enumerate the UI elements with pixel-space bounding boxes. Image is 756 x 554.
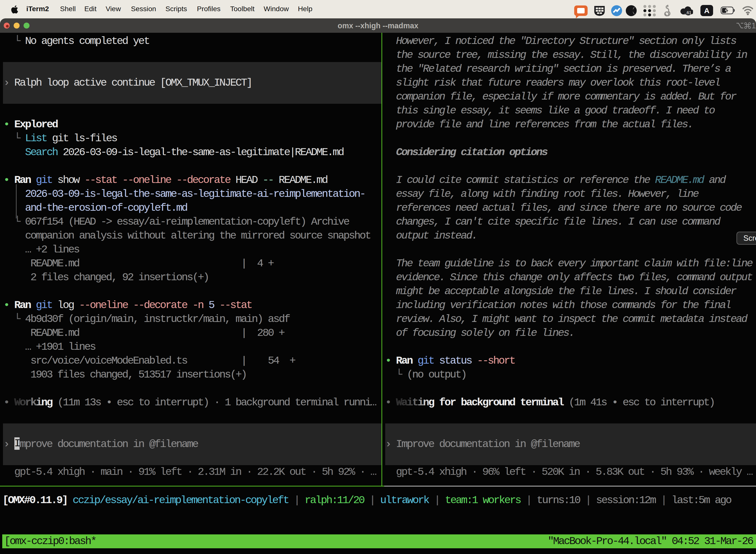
svg-text:..61: ..61	[684, 10, 691, 15]
